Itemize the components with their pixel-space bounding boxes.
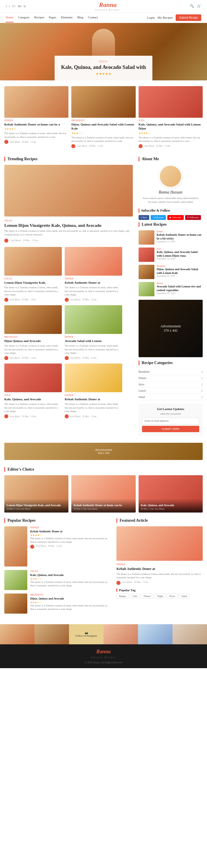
article-author-0: Jack Black: [10, 298, 20, 301]
feat-views: 20 Min: [134, 581, 141, 585]
category-breakfast[interactable]: Breakfast 2: [139, 369, 203, 375]
main-nav: Home Category Recipes Pages Elements Blo…: [0, 12, 207, 23]
article-views-4: 20 Min: [22, 415, 28, 418]
tags-list: Burger Cafe Dinner Night Pizza Salad: [116, 593, 203, 599]
pop-large-views: 20 Min: [48, 545, 54, 549]
tag-2[interactable]: Dinner: [141, 593, 153, 599]
linkedin-icon[interactable]: in: [24, 5, 26, 8]
category-salad[interactable]: Salad 2: [139, 394, 203, 400]
article-title-3[interactable]: Avocado Salad with Lemon: [65, 339, 122, 343]
latest-title-0[interactable]: Kebab Authentic Doner at home can be a b…: [157, 233, 203, 240]
nav-elements[interactable]: Elements: [61, 12, 73, 22]
social-links[interactable]: f t G+ Bē in: [6, 5, 26, 8]
pop-large-title[interactable]: Kebab Authentic Doner at: [30, 529, 108, 533]
featured-tag-1: Breakfast: [71, 119, 136, 122]
cart-icon[interactable]: 🛒: [197, 4, 201, 8]
trending-views: 20 Min: [23, 239, 30, 242]
pop-title-1[interactable]: Kale, Quinoa, and Avocado: [30, 573, 108, 577]
tag-1[interactable]: Cafe: [130, 593, 140, 599]
pop-large-tag: Dinner: [30, 526, 108, 529]
nav-home[interactable]: Home: [6, 12, 13, 22]
category-dinner[interactable]: Dinner 2: [139, 375, 203, 381]
latest-title-3[interactable]: Avocado Salad with Lemon rice and cooked…: [157, 284, 203, 292]
category-lunch[interactable]: Lunch 2: [139, 388, 203, 394]
logo[interactable]: Ranna Favorite Recipes: [95, 1, 120, 11]
feat-article-meta: Jack Black 20 Min 1 Like: [116, 581, 203, 585]
instagram-img-0: [0, 624, 34, 644]
editor-author-2: Jack Black: [155, 508, 165, 510]
latest-recipe-2: Breakfast Dijon, Quinoa and Avocado Sala…: [139, 265, 203, 279]
popular-featured-row: Popular Recipes Dinner Kebab Authentic D…: [4, 518, 203, 617]
editor-title-0[interactable]: Lemon Dijon Vinaigrette Kale, and Avocad…: [7, 504, 66, 507]
tag-4[interactable]: Pizza: [167, 593, 178, 599]
popular-item-large: Dinner Kebab Authentic Doner at ★★★★☆ Th…: [4, 526, 108, 566]
latest-info-1: Juice Kale, Quinoa, and Avocado Salad wi…: [157, 248, 203, 262]
article-text-0: The doner is a Turkish creation of meat,…: [4, 286, 62, 297]
featured-title-2[interactable]: Kale, Quinoa, and Avocado Salad with Lem…: [139, 122, 203, 131]
article-text-4: The doner is a Turkish creation of meat,…: [4, 402, 62, 413]
latest-title-2[interactable]: Dijon, Quinoa and Avocado Salad with Lem…: [157, 267, 203, 275]
feat-article-title[interactable]: Kebab Authentic Doner at: [116, 567, 203, 571]
google-icon[interactable]: G+: [12, 5, 16, 8]
editor-title-1[interactable]: Kebab Authentic Doner at home can be: [73, 504, 133, 507]
submit-recipe-button[interactable]: Submit Recipe: [176, 14, 201, 21]
newsletter-submit-button[interactable]: SUBMIT HERE: [142, 426, 199, 432]
search-icon[interactable]: 🔍: [190, 4, 194, 8]
pop-large-text: The doner is a Turkish creation of meat,…: [30, 537, 108, 544]
article-tag-1: Dinner: [65, 277, 122, 280]
twitter-icon[interactable]: t: [9, 5, 10, 8]
nav-pages[interactable]: Pages: [49, 12, 56, 22]
twitter-follow[interactable]: t Followers: [151, 215, 166, 220]
nav-blog[interactable]: Blog: [77, 12, 83, 22]
featured-title-1[interactable]: Dijon, Quinoa and Avocado Salad with Lem…: [71, 122, 136, 131]
nav-links: Home Category Recipes Pages Elements Blo…: [6, 12, 98, 22]
pop-title-2[interactable]: Dijon, Quinoa and Avocado: [30, 597, 108, 600]
youtube-follow[interactable]: ▶ Subscribe: [167, 215, 184, 220]
logo-name: Ranna: [95, 1, 120, 9]
about-title: About Me: [139, 157, 203, 161]
trending-article-title[interactable]: Lemon Dijon Vinaigrette Kale, Quinoa, an…: [4, 223, 133, 228]
tag-5[interactable]: Salad: [179, 593, 190, 599]
pop-info-2: Breakfast Dijon, Quinoa and Avocado ★★★☆…: [30, 593, 108, 614]
editor-title-2[interactable]: Kale, Quinoa, and Avocado: [141, 504, 200, 507]
category-count-3: 2: [201, 389, 203, 392]
featured-title-0[interactable]: Kebab Authentic Doner at home can be a: [4, 122, 68, 126]
hero-title: Kale, Quinoa, and Avocado Salad with: [60, 64, 147, 70]
article-title-2[interactable]: Dijon Quinoa and Avocado: [4, 339, 62, 343]
about-image: [159, 165, 182, 188]
facebook-icon[interactable]: f: [6, 5, 7, 8]
facebook-follow[interactable]: f Save: [139, 215, 149, 220]
newsletter-email-input[interactable]: [142, 417, 199, 424]
article-avatar-2: [4, 356, 8, 360]
behance-icon[interactable]: Bē: [18, 5, 21, 8]
category-juice[interactable]: Juice 2: [139, 381, 203, 388]
editor-views-1: 20 Min: [73, 508, 80, 510]
editor-views-0: 20 Min: [7, 508, 13, 510]
social-follow: f Save t Followers ▶ Subscribe P Followe…: [139, 215, 203, 220]
article-title-0[interactable]: Lemon Dijon Vinaigrette Kale,: [4, 281, 62, 284]
tag-3[interactable]: Night: [155, 593, 166, 599]
my-recipes-link[interactable]: My Recipes: [157, 16, 173, 19]
latest-recipe-3: Dinner Avocado Salad with Lemon rice and…: [139, 282, 203, 296]
article-img-4: [4, 364, 62, 392]
nav-contact[interactable]: Contact: [88, 12, 98, 22]
pop-large-likes: 1 Like: [56, 545, 62, 549]
login-link[interactable]: Login: [147, 16, 155, 19]
nav-recipes[interactable]: Recipes: [34, 12, 44, 22]
article-meta-1: Jack Black 20 Min 1 Like: [65, 298, 122, 302]
latest-date-0: September 13, 2019: [157, 240, 203, 243]
latest-title-1[interactable]: Kale, Quinoa, and Avocado Salad with Lem…: [157, 250, 203, 257]
featured-text-2: The doner is a Turkish creation of meat,…: [139, 136, 203, 143]
article-title-1[interactable]: Kebab Authentic Doner at: [65, 281, 122, 284]
article-row-2: Breakfast Dijon Quinoa and Avocado The d…: [4, 305, 133, 360]
featured-article-col: Featured Article Dinner Kebab Authentic …: [114, 518, 203, 617]
nav-category[interactable]: Category: [18, 12, 30, 22]
popular-title: Popular Recipes: [4, 518, 108, 523]
instagram-follow-text[interactable]: 📸 Follow on Instagram: [76, 631, 97, 637]
hero-tag: Juice: [60, 60, 147, 63]
tag-0[interactable]: Burger: [116, 593, 129, 599]
article-title-5[interactable]: Kebab Authentic Doner at: [65, 397, 122, 401]
pinterest-follow[interactable]: P Followers: [185, 215, 201, 220]
categories-section: Recipe Categories Breakfast 2 Dinner 2 J…: [139, 361, 203, 400]
article-title-4[interactable]: Kale, Quinoa, and Avocado: [4, 397, 62, 401]
